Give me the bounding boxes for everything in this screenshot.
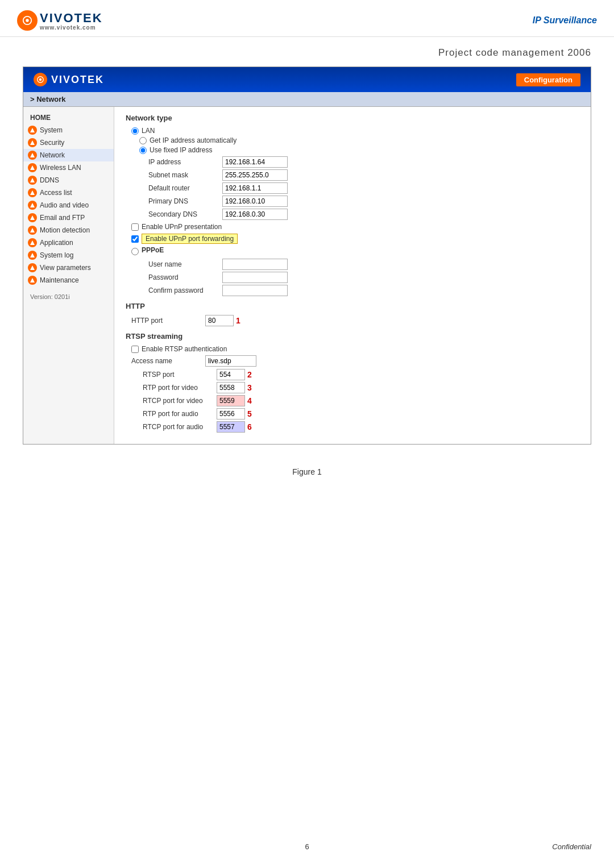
svg-marker-15: [30, 265, 35, 270]
sidebar-label-ddns: DDNS: [40, 176, 59, 184]
rtp-audio-row: RTP port for audio 5: [143, 408, 579, 420]
view-parameters-icon: [28, 263, 37, 272]
rtp-video-num: 3: [247, 383, 252, 392]
sidebar-label-motion-detection: Motion detection: [40, 226, 90, 234]
sidebar-item-application[interactable]: Application: [23, 236, 114, 249]
svg-marker-7: [30, 165, 35, 170]
use-fixed-ip-label: Use fixed IP address: [150, 146, 213, 154]
ip-surveillance-label: IP Surveillance: [533, 15, 597, 26]
sidebar-item-security[interactable]: Security: [23, 136, 114, 149]
radio-group: LAN Get IP address automatically Use fix…: [131, 127, 579, 220]
sidebar-item-audio-video[interactable]: Audio and video: [23, 199, 114, 211]
top-bar-logo: VIVOTEK: [34, 73, 104, 86]
sidebar-home[interactable]: HOME: [23, 111, 114, 124]
sidebar-item-maintenance[interactable]: Maintenance: [23, 274, 114, 286]
http-section: HTTP HTTP port 1: [126, 302, 579, 326]
network-icon: [28, 151, 37, 160]
pppoe-section: PPPoE User name Password Confirm passwor…: [131, 246, 579, 296]
lan-radio-row[interactable]: LAN: [131, 127, 579, 135]
secondary-dns-label: Secondary DNS: [148, 210, 222, 218]
sidebar-item-ddns[interactable]: DDNS: [23, 174, 114, 186]
rtsp-auth-row[interactable]: Enable RTSP authentication: [131, 345, 579, 353]
logo-url: www.vivotek.com: [40, 24, 103, 31]
sidebar-item-system[interactable]: System: [23, 124, 114, 136]
username-input[interactable]: [222, 259, 288, 270]
rtp-video-row: RTP port for video 3: [143, 382, 579, 393]
http-title: HTTP: [126, 302, 579, 310]
sidebar-item-view-parameters[interactable]: View parameters: [23, 261, 114, 274]
svg-marker-6: [30, 153, 35, 157]
security-icon: [28, 138, 37, 147]
rtcp-video-num: 4: [247, 396, 252, 405]
sidebar-label-audio-video: Audio and video: [40, 201, 89, 209]
section-header: > Network: [23, 92, 591, 107]
content-layout: HOME System Security Network: [23, 107, 591, 444]
rtsp-auth-label: Enable RTSP authentication: [142, 345, 227, 353]
default-router-input[interactable]: [222, 182, 288, 194]
sidebar-item-network[interactable]: Network: [23, 149, 114, 161]
password-row: Password: [148, 272, 579, 283]
top-bar-logo-icon: [34, 73, 47, 86]
ddns-icon: [28, 176, 37, 185]
svg-marker-5: [30, 140, 35, 145]
svg-marker-8: [30, 178, 35, 182]
password-input[interactable]: [222, 272, 288, 283]
logo-icon: [17, 10, 38, 31]
top-bar-logo-text: VIVOTEK: [51, 74, 104, 86]
sidebar-label-application: Application: [40, 239, 73, 247]
wireless-lan-icon: [28, 163, 37, 172]
sidebar-item-wireless-lan[interactable]: Wireless LAN: [23, 161, 114, 174]
top-bar: VIVOTEK Configuration: [23, 67, 591, 92]
access-list-icon: [28, 188, 37, 197]
rtsp-auth-checkbox[interactable]: [131, 346, 139, 353]
svg-marker-11: [30, 215, 35, 220]
subnet-mask-row: Subnet mask: [148, 169, 579, 181]
svg-marker-16: [30, 278, 35, 283]
pppoe-label: PPPoE: [142, 246, 164, 254]
rtcp-video-row: RTCP port for video 4: [143, 395, 579, 406]
secondary-dns-input[interactable]: [222, 209, 288, 220]
rtcp-video-input[interactable]: [217, 395, 245, 406]
primary-dns-label: Primary DNS: [148, 197, 222, 205]
upnp-presentation-row[interactable]: Enable UPnP presentation: [131, 223, 579, 231]
lan-radio[interactable]: [131, 127, 139, 135]
sidebar-item-email-ftp[interactable]: Email and FTP: [23, 211, 114, 224]
svg-marker-4: [30, 128, 35, 132]
http-num-label: 1: [236, 316, 240, 325]
application-icon: [28, 238, 37, 247]
sidebar: HOME System Security Network: [23, 107, 114, 444]
rtcp-audio-label: RTCP port for audio: [143, 423, 217, 431]
sidebar-item-access-list[interactable]: Access list: [23, 186, 114, 199]
upnp-presentation-checkbox[interactable]: [131, 223, 139, 231]
main-content: Network type LAN Get IP address automati…: [114, 107, 591, 444]
rtp-audio-input[interactable]: [217, 408, 245, 420]
get-ip-auto-row[interactable]: Get IP address automatically: [139, 136, 579, 144]
http-port-input[interactable]: [205, 315, 234, 326]
use-fixed-ip-radio[interactable]: [139, 147, 147, 154]
upnp-forwarding-row[interactable]: Enable UPnP port forwarding: [131, 234, 579, 244]
use-fixed-ip-row[interactable]: Use fixed IP address: [139, 146, 579, 154]
sidebar-label-network: Network: [40, 151, 65, 159]
subnet-mask-input[interactable]: [222, 169, 288, 181]
logo-text: VIVOTEK: [40, 11, 103, 26]
pppoe-field-table: User name Password Confirm password: [148, 259, 579, 296]
upnp-forwarding-checkbox[interactable]: [131, 235, 139, 243]
primary-dns-input[interactable]: [222, 196, 288, 207]
rtp-video-input[interactable]: [217, 382, 245, 393]
svg-marker-9: [30, 190, 35, 195]
rtsp-port-input[interactable]: [217, 369, 245, 380]
access-name-label: Access name: [131, 357, 205, 365]
pppoe-radio[interactable]: [131, 248, 139, 255]
sidebar-item-motion-detection[interactable]: Motion detection: [23, 224, 114, 236]
access-name-input[interactable]: [205, 355, 256, 367]
rtcp-audio-input[interactable]: [217, 421, 245, 433]
sidebar-item-system-log[interactable]: System log: [23, 249, 114, 261]
ip-field-table: IP address Subnet mask Default router: [148, 156, 579, 220]
main-container: VIVOTEK Configuration > Network HOME Sys…: [23, 67, 591, 445]
ip-address-input[interactable]: [222, 156, 288, 168]
get-ip-auto-radio[interactable]: [139, 137, 147, 144]
email-ftp-icon: [28, 213, 37, 222]
confirm-password-input[interactable]: [222, 285, 288, 296]
rtsp-port-row: RTSP port 2: [143, 369, 579, 380]
sidebar-label-view-parameters: View parameters: [40, 264, 91, 272]
